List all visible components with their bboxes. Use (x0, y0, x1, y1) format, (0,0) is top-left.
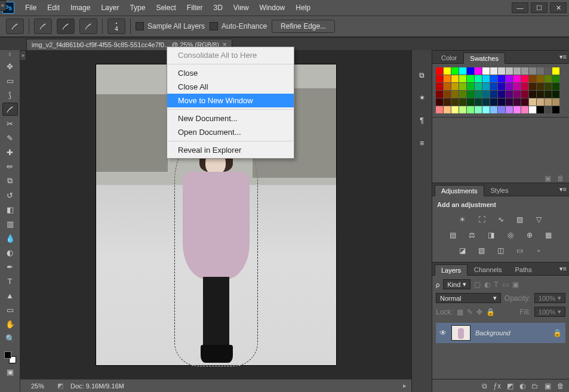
swatch[interactable] (529, 98, 536, 106)
move-tool[interactable]: ✥ (2, 60, 18, 73)
swatch[interactable] (467, 83, 474, 90)
swatch[interactable] (444, 83, 451, 90)
swatch[interactable] (475, 67, 482, 75)
menu-layer[interactable]: Layer (96, 1, 124, 14)
layers-tab[interactable]: Layers (435, 264, 467, 276)
swatch[interactable] (490, 98, 497, 106)
add-selection-mode[interactable] (57, 18, 75, 34)
eyedropper-tool[interactable]: ✎ (2, 131, 18, 144)
new-group-icon[interactable]: 🗀 (531, 382, 539, 390)
swatch[interactable] (444, 91, 451, 98)
swatch[interactable] (490, 106, 497, 113)
filter-smart-icon[interactable]: ▣ (512, 280, 519, 289)
delete-swatch-icon[interactable]: 🗑 (557, 174, 564, 183)
swatch[interactable] (537, 106, 544, 113)
swatch[interactable] (521, 75, 528, 82)
character-panel-icon[interactable]: ¶ (415, 113, 429, 128)
swatch[interactable] (482, 83, 490, 90)
menu-select[interactable]: Select (151, 1, 180, 14)
hand-tool[interactable]: ✋ (2, 317, 18, 331)
swatch[interactable] (444, 98, 451, 106)
layer-name-label[interactable]: Background (475, 329, 510, 337)
swatch[interactable] (529, 75, 536, 82)
layer-mask-icon[interactable]: ◩ (507, 382, 513, 390)
curves-icon[interactable]: ∿ (496, 215, 506, 224)
swatch[interactable] (521, 67, 528, 75)
brush-size-picker[interactable]: • 4 (107, 18, 125, 34)
threshold-icon[interactable]: ◫ (496, 246, 506, 255)
dodge-tool[interactable]: ◐ (2, 246, 18, 259)
color-balance-icon[interactable]: ⚖ (467, 231, 478, 239)
panel-menu-icon[interactable]: ▾≡ (559, 186, 567, 193)
swatch[interactable] (451, 75, 459, 82)
history-brush-tool[interactable]: ↺ (2, 189, 18, 202)
swatch[interactable] (545, 67, 552, 75)
menu-item-reveal-explorer[interactable]: Reveal in Explorer (167, 143, 294, 157)
gradient-map-icon[interactable]: ▭ (515, 246, 525, 255)
swatch[interactable] (529, 67, 536, 75)
filter-type-icon[interactable]: T (494, 280, 498, 289)
delete-layer-icon[interactable]: 🗑 (557, 382, 564, 390)
current-tool-preset[interactable] (6, 18, 24, 34)
lock-transparent-icon[interactable]: ▦ (457, 308, 463, 316)
swatch[interactable] (552, 98, 559, 106)
swatch[interactable] (475, 91, 482, 98)
new-selection-mode[interactable] (34, 18, 52, 34)
swatch[interactable] (482, 67, 490, 75)
filter-shape-icon[interactable]: ▭ (502, 280, 509, 289)
lasso-tool[interactable]: ⟆ (2, 88, 18, 101)
layer-row[interactable]: 👁 Background 🔒 (436, 323, 565, 343)
menu-help[interactable]: Help (291, 1, 315, 14)
gradient-tool[interactable]: ▥ (2, 217, 18, 230)
swatch[interactable] (498, 67, 505, 75)
paragraph-panel-icon[interactable]: ≡ (415, 136, 429, 150)
swatch[interactable] (467, 75, 474, 82)
menu-item-open-document[interactable]: Open Document... (167, 125, 294, 139)
menu-file[interactable]: File (20, 1, 41, 14)
swatch[interactable] (498, 106, 505, 113)
swatch[interactable] (490, 91, 497, 98)
adjustments-tab[interactable]: Adjustments (435, 185, 484, 196)
zoom-level[interactable]: 25% (25, 382, 50, 390)
styles-tab[interactable]: Styles (484, 184, 515, 196)
menu-item-close[interactable]: Close (167, 66, 294, 80)
lock-all-icon[interactable]: 🔒 (486, 308, 495, 316)
swatch[interactable] (513, 75, 521, 82)
chevron-right-icon[interactable]: ▸ (403, 382, 407, 390)
swatch[interactable] (529, 83, 536, 90)
swatch[interactable] (513, 106, 521, 113)
menu-item-move-new-window[interactable]: Move to New Window (167, 94, 294, 107)
swatch[interactable] (451, 106, 459, 113)
layer-effects-icon[interactable]: ƒx (493, 382, 501, 390)
swatch[interactable] (459, 83, 466, 90)
color-lookup-icon[interactable]: ▦ (543, 231, 554, 239)
swatch[interactable] (552, 106, 559, 113)
swatch[interactable] (506, 98, 513, 106)
swatch[interactable] (436, 67, 443, 75)
visibility-eye-icon[interactable]: 👁 (439, 329, 447, 337)
lock-paint-icon[interactable]: ✎ (467, 308, 473, 316)
swatch[interactable] (498, 83, 505, 90)
selective-color-icon[interactable]: ▫ (534, 246, 545, 255)
swatch[interactable] (513, 98, 521, 106)
swatch[interactable] (498, 75, 505, 82)
minimize-button[interactable]: — (512, 2, 528, 13)
menu-edit[interactable]: Edit (42, 1, 64, 14)
swatch[interactable] (459, 98, 466, 106)
swatch[interactable] (552, 91, 559, 98)
subtract-selection-mode[interactable] (79, 18, 97, 34)
healing-brush-tool[interactable]: ✚ (2, 146, 18, 159)
menu-item-new-document[interactable]: New Document... (167, 112, 294, 125)
color-tab[interactable]: Color (435, 52, 463, 63)
swatch[interactable] (513, 91, 521, 98)
panel-menu-icon[interactable]: ▾≡ (559, 53, 567, 61)
swatch[interactable] (490, 83, 497, 90)
swatch[interactable] (537, 75, 544, 82)
menu-3d[interactable]: 3D (208, 1, 227, 14)
swatch[interactable] (482, 75, 490, 82)
swatch[interactable] (436, 75, 443, 82)
swatch[interactable] (490, 75, 497, 82)
swatch[interactable] (506, 67, 513, 75)
new-fill-adjust-icon[interactable]: ◐ (519, 382, 525, 390)
quick-mask-toggle[interactable]: ▣ (2, 365, 18, 378)
